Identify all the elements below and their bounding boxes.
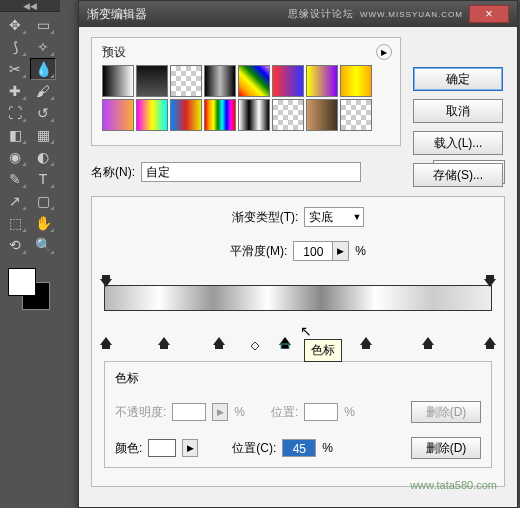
gradient-editor-dialog: 渐变编辑器 思缘设计论坛 WWW.MISSYUAN.COM × 预设 ▶	[78, 0, 518, 508]
preset-swatch[interactable]	[102, 65, 134, 97]
preset-swatch[interactable]	[204, 65, 236, 97]
position1-input	[304, 403, 338, 421]
position2-label: 位置(C):	[232, 440, 276, 457]
ok-button[interactable]: 确定	[413, 67, 503, 91]
lasso-tool[interactable]: ⟆	[2, 36, 28, 58]
svg-rect-5	[102, 344, 110, 349]
svg-rect-15	[362, 344, 370, 349]
position2-input[interactable]: 45	[282, 439, 316, 457]
presets-label: 预设	[102, 44, 390, 61]
type-tool[interactable]: T	[30, 168, 56, 190]
rotate-tool[interactable]: ⟲	[2, 234, 28, 256]
preset-swatch[interactable]	[136, 65, 168, 97]
opacity-stop[interactable]	[484, 275, 496, 287]
gradient-tool[interactable]: ▦	[30, 124, 56, 146]
opacity-unit: %	[234, 405, 245, 419]
path-tool[interactable]: ↗	[2, 190, 28, 212]
midpoint-diamond[interactable]	[251, 339, 259, 347]
color-stop[interactable]	[158, 337, 170, 349]
blur-tool[interactable]: ◉	[2, 146, 28, 168]
footer-watermark: www.tata580.com	[410, 479, 497, 491]
save-button[interactable]: 存储(S)...	[413, 163, 503, 187]
preset-swatch[interactable]	[306, 65, 338, 97]
zoom-tool[interactable]: 🔍	[30, 234, 56, 256]
collapse-handle[interactable]: ◀◀	[0, 0, 60, 12]
tooltip: 色标	[304, 339, 342, 362]
healing-tool[interactable]: ✚	[2, 80, 28, 102]
preset-swatch[interactable]	[204, 99, 236, 131]
pen-tool[interactable]: ✎	[2, 168, 28, 190]
wand-tool[interactable]: ✧	[30, 36, 56, 58]
hand-tool[interactable]: ✋	[30, 212, 56, 234]
load-button[interactable]: 载入(L)...	[413, 131, 503, 155]
smoothness-label: 平滑度(M):	[230, 243, 287, 260]
preset-swatch[interactable]	[340, 99, 372, 131]
crop-tool[interactable]: ✂	[2, 58, 28, 80]
chevron-right-icon[interactable]: ▶	[333, 241, 349, 261]
svg-rect-17	[424, 344, 432, 349]
preset-swatch[interactable]	[306, 99, 338, 131]
smoothness-unit: %	[355, 244, 366, 258]
preset-swatch[interactable]	[170, 99, 202, 131]
svg-marker-10	[251, 342, 259, 350]
chevron-down-icon: ▼	[352, 212, 361, 222]
move-tool[interactable]: ✥	[2, 14, 28, 36]
marquee-tool[interactable]: ▭	[30, 14, 56, 36]
preset-swatch[interactable]	[102, 99, 134, 131]
chevron-right-icon: ▶	[212, 403, 228, 421]
name-input[interactable]	[141, 162, 361, 182]
preset-swatch[interactable]	[272, 99, 304, 131]
position1-unit: %	[344, 405, 355, 419]
presets-menu-icon[interactable]: ▶	[376, 44, 392, 60]
cursor-icon: ↖	[300, 323, 312, 339]
dodge-tool[interactable]: ◐	[30, 146, 56, 168]
preset-swatch[interactable]	[340, 65, 372, 97]
titlebar[interactable]: 渐变编辑器 思缘设计论坛 WWW.MISSYUAN.COM ×	[79, 1, 517, 27]
colorstop-panel: 色标 不透明度: ▶ % 位置: % 删除(D) 颜色: ▶ 位置(C): 45	[104, 361, 492, 468]
brush-tool[interactable]: 🖌	[30, 80, 56, 102]
fg-color-swatch[interactable]	[8, 268, 36, 296]
close-button[interactable]: ×	[469, 5, 509, 23]
chevron-right-icon[interactable]: ▶	[182, 439, 198, 457]
color-swatch-block[interactable]	[4, 264, 54, 314]
svg-marker-4	[100, 337, 112, 345]
color-stop[interactable]	[100, 337, 112, 349]
position1-label: 位置:	[271, 404, 298, 421]
preset-swatch[interactable]	[238, 65, 270, 97]
delete2-button[interactable]: 删除(D)	[411, 437, 481, 459]
color-stop[interactable]	[213, 337, 225, 349]
cancel-button[interactable]: 取消	[413, 99, 503, 123]
gradient-bar[interactable]	[104, 285, 492, 311]
stamp-tool[interactable]: ⛶	[2, 102, 28, 124]
opacity-stop[interactable]	[100, 275, 112, 287]
shape-tool[interactable]: ▢	[30, 190, 56, 212]
svg-marker-14	[360, 337, 372, 345]
smoothness-input[interactable]: 100 ▶	[293, 241, 349, 261]
watermark-url: WWW.MISSYUAN.COM	[360, 10, 463, 19]
opacity-input	[172, 403, 206, 421]
presets-panel: 预设 ▶	[91, 37, 401, 146]
color-stop[interactable]	[422, 337, 434, 349]
opacity-label: 不透明度:	[115, 404, 166, 421]
eyedropper-tool[interactable]: 💧	[30, 58, 56, 80]
eraser-tool[interactable]: ◧	[2, 124, 28, 146]
watermark-text: 思缘设计论坛	[288, 7, 354, 21]
smoothness-value[interactable]: 100	[293, 241, 333, 261]
svg-marker-6	[158, 337, 170, 345]
preset-swatch[interactable]	[272, 65, 304, 97]
gradient-type-select[interactable]: 实底 ▼	[304, 207, 364, 227]
3d-tool[interactable]: ⬚	[2, 212, 28, 234]
color-stop-selected[interactable]	[279, 337, 291, 349]
svg-marker-16	[422, 337, 434, 345]
color-stop[interactable]	[484, 337, 496, 349]
svg-marker-2	[484, 279, 496, 287]
svg-rect-19	[486, 344, 494, 349]
dialog-title: 渐变编辑器	[87, 6, 147, 23]
preset-swatch[interactable]	[170, 65, 202, 97]
preset-swatch[interactable]	[136, 99, 168, 131]
gradient-type-value: 实底	[309, 209, 333, 226]
color-stop[interactable]	[360, 337, 372, 349]
color-swatch-input[interactable]	[148, 439, 176, 457]
preset-swatch[interactable]	[238, 99, 270, 131]
history-brush-tool[interactable]: ↺	[30, 102, 56, 124]
